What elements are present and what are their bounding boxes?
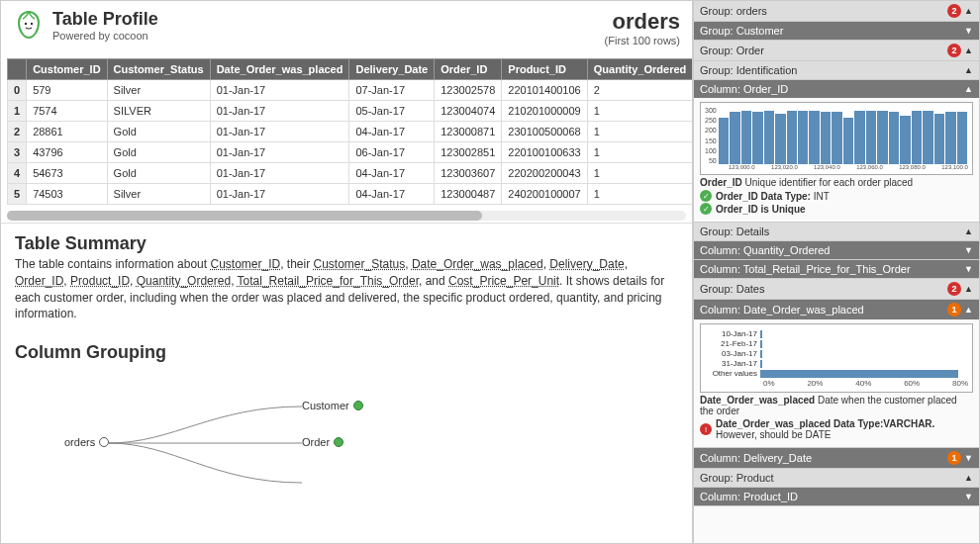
check-icon: ✓ bbox=[700, 190, 712, 202]
check-icon: ✓ bbox=[700, 203, 712, 215]
table-cell: 220100100633 bbox=[502, 142, 587, 163]
table-cell: 01-Jan-17 bbox=[210, 142, 349, 163]
panel-row-header[interactable]: Column: Quantity_Ordered▼ bbox=[694, 241, 979, 259]
table-row[interactable]: 454673Gold01-Jan-1704-Jan-17123003607220… bbox=[8, 163, 693, 184]
chevron-up-icon: ▲ bbox=[964, 84, 973, 94]
chevron-down-icon: ▼ bbox=[964, 264, 973, 274]
table-cell: 210201000009 bbox=[502, 101, 587, 122]
col-header[interactable]: Order_ID bbox=[435, 59, 502, 80]
data-table: Customer_IDCustomer_StatusDate_Order_was… bbox=[7, 58, 692, 205]
col-header[interactable]: Delivery_Date bbox=[349, 59, 435, 80]
chevron-down-icon: ▼ bbox=[964, 453, 973, 463]
table-cell: 1 bbox=[587, 101, 692, 122]
table-cell: 579 bbox=[27, 80, 107, 101]
grouping-graph[interactable]: orders Customer Order bbox=[15, 369, 678, 507]
app-subtitle: Powered by cocoon bbox=[52, 30, 605, 42]
chevron-up-icon: ▲ bbox=[964, 473, 973, 483]
table-cell: 220101400106 bbox=[502, 80, 587, 101]
table-cell: 54673 bbox=[27, 163, 107, 184]
table-cell: 01-Jan-17 bbox=[210, 122, 349, 142]
alert-badge: 1 bbox=[947, 451, 961, 465]
table-row[interactable]: 574503Silver01-Jan-1704-Jan-171230004872… bbox=[8, 184, 693, 205]
data-table-container[interactable]: Customer_IDCustomer_StatusDate_Order_was… bbox=[1, 54, 692, 209]
panel-row-header[interactable]: Group: Customer▼ bbox=[694, 22, 979, 40]
panel-row-header[interactable]: Column: Date_Order_was_placed1▲ bbox=[694, 300, 979, 319]
col-header[interactable]: Customer_ID bbox=[27, 59, 107, 80]
table-cell: 230100500068 bbox=[502, 122, 587, 142]
table-cell: SILVER bbox=[107, 101, 210, 122]
table-cell: 05-Jan-17 bbox=[349, 101, 435, 122]
panel-row-header[interactable]: Group: Identification▲ bbox=[694, 61, 979, 79]
chevron-down-icon: ▼ bbox=[964, 492, 973, 501]
table-cell: Silver bbox=[107, 80, 210, 101]
table-cell: 28861 bbox=[27, 122, 107, 142]
table-row[interactable]: 343796Gold01-Jan-1706-Jan-17123002851220… bbox=[8, 142, 693, 163]
table-name: orders bbox=[605, 9, 680, 35]
header: Table Profile Powered by cocoon orders (… bbox=[1, 1, 692, 54]
table-row[interactable]: 0579Silver01-Jan-1707-Jan-17123002578220… bbox=[8, 80, 693, 101]
graph-node-root[interactable]: orders bbox=[64, 436, 109, 448]
alert-badge: 2 bbox=[947, 44, 961, 57]
table-cell: 123002851 bbox=[435, 142, 502, 163]
table-cell: 123000487 bbox=[435, 184, 502, 205]
col-header[interactable]: Quantity_Ordered bbox=[587, 59, 692, 80]
horizontal-scrollbar[interactable] bbox=[7, 211, 686, 221]
panel-row-header[interactable]: Group: Details▲ bbox=[694, 223, 979, 240]
panel-row-header[interactable]: Group: orders2▲ bbox=[694, 1, 979, 21]
table-cell: 01-Jan-17 bbox=[210, 163, 349, 184]
svg-point-0 bbox=[25, 23, 27, 25]
column-grouping: Column Grouping orders Customer Order bbox=[1, 332, 692, 543]
table-row[interactable]: 17574SILVER01-Jan-1705-Jan-1712300407421… bbox=[8, 101, 693, 122]
chevron-down-icon: ▼ bbox=[964, 26, 973, 36]
graph-node-order[interactable]: Order bbox=[302, 436, 343, 448]
table-cell: 123003607 bbox=[435, 163, 502, 184]
table-cell: 7574 bbox=[27, 101, 107, 122]
panel-row-header[interactable]: Column: Delivery_Date1▼ bbox=[694, 448, 979, 468]
table-cell: 07-Jan-17 bbox=[349, 80, 435, 101]
alert-badge: 2 bbox=[947, 4, 961, 18]
table-cell: 74503 bbox=[27, 184, 107, 205]
col-header[interactable]: Product_ID bbox=[502, 59, 587, 80]
chevron-up-icon: ▲ bbox=[964, 65, 973, 75]
graph-node-customer[interactable]: Customer bbox=[302, 400, 363, 411]
error-icon: ! bbox=[700, 423, 712, 435]
grouping-title: Column Grouping bbox=[15, 342, 678, 363]
table-cell: 2 bbox=[587, 80, 692, 101]
chevron-up-icon: ▲ bbox=[964, 227, 973, 236]
col-header[interactable]: Customer_Status bbox=[107, 59, 210, 80]
panel-row-header[interactable]: Column: Total_Retail_Price_for_This_Orde… bbox=[694, 260, 979, 278]
svg-point-1 bbox=[31, 23, 33, 25]
table-row[interactable]: 228861Gold01-Jan-1704-Jan-17123000871230… bbox=[8, 122, 693, 142]
order-id-histogram[interactable]: 30025020015010050 123,000.0123,020.0123,… bbox=[700, 102, 973, 175]
table-cell: 240200100007 bbox=[502, 184, 587, 205]
panel-row-header[interactable]: Column: Product_ID▼ bbox=[694, 488, 979, 505]
panel-row-header[interactable]: Column: Order_ID▲ bbox=[694, 80, 979, 98]
table-cell: 220200200043 bbox=[502, 163, 587, 184]
panel-row-header[interactable]: Group: Dates2▲ bbox=[694, 279, 979, 299]
table-cell: 04-Jan-17 bbox=[349, 163, 435, 184]
panel-row-header[interactable]: Group: Product▲ bbox=[694, 469, 979, 487]
table-summary: Table Summary The table contains informa… bbox=[1, 223, 692, 332]
table-subtitle: (First 100 rows) bbox=[605, 35, 680, 46]
table-cell: 01-Jan-17 bbox=[210, 184, 349, 205]
table-cell: 06-Jan-17 bbox=[349, 142, 435, 163]
table-cell: 123004074 bbox=[435, 101, 502, 122]
table-cell: 1 bbox=[587, 163, 692, 184]
table-cell: 43796 bbox=[27, 142, 107, 163]
chevron-up-icon: ▲ bbox=[964, 45, 973, 55]
table-cell: 01-Jan-17 bbox=[210, 101, 349, 122]
col-header[interactable]: Date_Order_was_placed bbox=[210, 59, 349, 80]
panel-row-header[interactable]: Group: Order2▲ bbox=[694, 41, 979, 60]
right-panel[interactable]: Group: orders2▲ Group: Customer▼ Group: … bbox=[693, 0, 980, 544]
table-cell: 04-Jan-17 bbox=[349, 184, 435, 205]
table-cell: 123000871 bbox=[435, 122, 502, 142]
table-cell: Gold bbox=[107, 142, 210, 163]
table-cell: 1 bbox=[587, 184, 692, 205]
chevron-up-icon: ▲ bbox=[964, 305, 973, 315]
date-order-barchart[interactable]: 10-Jan-1721-Feb-1703-Jan-1731-Jan-17Othe… bbox=[700, 323, 973, 393]
alert-badge: 1 bbox=[947, 303, 961, 317]
chevron-up-icon: ▲ bbox=[964, 6, 973, 16]
chevron-down-icon: ▼ bbox=[964, 245, 973, 255]
table-cell: Gold bbox=[107, 163, 210, 184]
table-cell: 1 bbox=[587, 142, 692, 163]
